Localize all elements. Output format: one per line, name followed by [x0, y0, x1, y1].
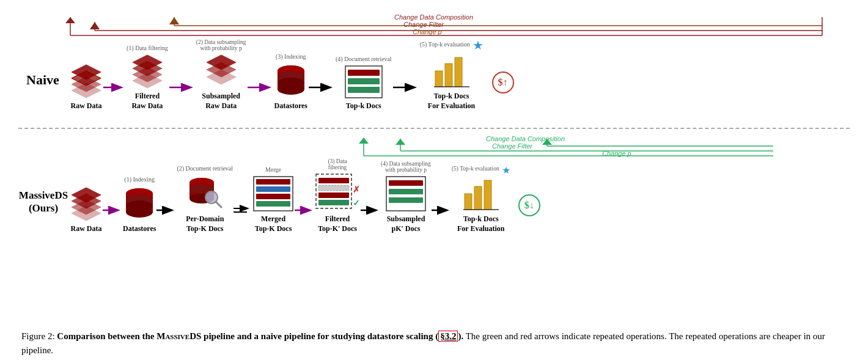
svg-rect-78	[256, 179, 290, 185]
naive-eval: (5) Top-k evaluation ★ Top-k DocsFor Eva…	[420, 38, 484, 111]
massiveds-eval: (5) Top-k evaluation ★ Top-k DocsFor Eva…	[452, 164, 510, 233]
svg-line-74	[216, 202, 221, 207]
svg-text:Change p: Change p	[602, 150, 631, 157]
svg-marker-46	[359, 138, 369, 144]
svg-rect-38	[348, 87, 380, 93]
svg-text:Change Filter: Change Filter	[403, 21, 444, 28]
arrow-2	[169, 81, 195, 94]
massiveds-datastores-label: Datastores	[123, 224, 156, 234]
svg-text:Change Data Composition: Change Data Composition	[394, 13, 473, 21]
subsampled-raw-icon	[205, 54, 237, 89]
eval-bars-icon-massiveds	[462, 175, 500, 212]
svg-rect-37	[348, 78, 380, 84]
svg-rect-84	[318, 178, 349, 183]
filtered-topk-icon: ✗ ✓	[315, 173, 360, 210]
caption-bold: Comparison between the MassiveDS pipelin…	[57, 331, 463, 342]
svg-rect-41	[445, 64, 452, 87]
massiveds-cost-icon: $↓	[518, 194, 540, 216]
naive-raw-data: Raw Data	[70, 53, 102, 111]
naive-eval-label: Top-k DocsFor Evaluation	[428, 92, 475, 111]
m-arrow-1	[103, 204, 122, 216]
m-arrow-2	[156, 204, 176, 216]
raw-data-icon	[70, 64, 102, 99]
naive-datastores-label: Datastores	[274, 101, 307, 111]
massiveds-merged: Merge MergedTop-K Docs	[252, 166, 294, 233]
massiveds-feedback-arrows: Change Data Composition Change Filter Ch…	[70, 135, 850, 158]
filtered-raw-icon	[131, 54, 163, 89]
svg-marker-7	[90, 22, 100, 29]
svg-rect-81	[256, 201, 290, 207]
massiveds-subsampled: (4) Data subsamplingwith probability p S…	[381, 161, 431, 233]
naive-pipeline-row: Raw Data (1) Data filtering Filte	[70, 38, 514, 123]
svg-rect-94	[389, 197, 423, 203]
naive-filtered-label: FilteredRaw Data	[131, 92, 163, 111]
topk-docs-icon	[344, 65, 383, 99]
svg-text:✗: ✗	[353, 185, 360, 194]
massiveds-raw-data: Raw Data	[70, 175, 102, 234]
main-container: Change Data Composition Change Filter Ch…	[0, 0, 868, 363]
massiveds-raw-label: Raw Data	[71, 224, 102, 234]
svg-rect-86	[318, 193, 349, 198]
svg-marker-50	[395, 139, 405, 145]
svg-rect-85	[318, 185, 349, 191]
arrow-1	[103, 81, 125, 94]
svg-rect-93	[389, 189, 423, 194]
massiveds-subsampled-label: SubsampledpK' Docs	[387, 215, 425, 233]
svg-rect-92	[389, 180, 423, 186]
massiveds-filtered-label: FilteredTop-K' Docs	[318, 215, 357, 233]
svg-rect-87	[318, 200, 349, 205]
m-arrow-6	[432, 204, 451, 216]
naive-datastores: (3) Indexing Datastores	[274, 53, 307, 111]
massiveds-feedback-svg: Change Data Composition Change Filter Ch…	[70, 135, 865, 158]
massiveds-datastores: (1) Indexing Datastores	[123, 176, 156, 234]
svg-rect-79	[256, 186, 290, 192]
merged-icon	[252, 175, 294, 212]
massiveds-section: Change Data Composition Change Filter Ch…	[18, 129, 850, 326]
figure-number: Figure 2:	[21, 331, 55, 341]
arrow-4	[309, 81, 334, 94]
naive-topk-label: Top-k Docs	[346, 101, 381, 111]
m-arrow-4	[295, 204, 314, 216]
naive-raw-data-label: Raw Data	[71, 101, 102, 111]
massiveds-raw-data-icon	[70, 186, 102, 222]
svg-text:✓: ✓	[353, 199, 360, 208]
massiveds-label: MassiveDS(Ours)	[18, 189, 68, 215]
diagram-area: Change Data Composition Change Filter Ch…	[18, 6, 850, 326]
svg-marker-3	[65, 17, 75, 23]
arrow-5	[393, 81, 419, 94]
perdomain-icon	[186, 174, 224, 212]
naive-section: Change Data Composition Change Filter Ch…	[18, 6, 850, 129]
naive-cost-icon: $↑	[492, 72, 514, 94]
svg-rect-97	[474, 186, 482, 210]
naive-label: Naive	[18, 72, 67, 88]
naive-star-icon: ★	[473, 38, 484, 53]
arrow-3	[248, 81, 273, 94]
massiveds-merged-label: MergedTop-K Docs	[255, 215, 292, 233]
naive-subsampled-label: SubsampledRaw Data	[202, 92, 240, 111]
massiveds-eval-label: Top-k DocsFor Evaluation	[457, 215, 504, 233]
naive-subsampled-raw: (2) Data subsamplingwith probability p S…	[196, 39, 246, 111]
svg-text:Change Filter: Change Filter	[492, 142, 533, 150]
figure-caption: Figure 2: Comparison between the Massive…	[18, 329, 850, 357]
section-ref-link[interactable]: §3.2	[438, 331, 458, 342]
svg-text:Change Data Composition: Change Data Composition	[486, 135, 565, 142]
massiveds-star-icon: ★	[502, 164, 510, 176]
svg-rect-42	[455, 57, 462, 87]
massiveds-filtered: (3) Datafiltering ✗ ✓	[315, 158, 360, 233]
massiveds-perdomain: (2) Document retrieval Per-	[177, 165, 233, 233]
m-arrow-5	[361, 204, 380, 216]
massiveds-datastores-icon	[123, 185, 155, 222]
datastores-icon	[275, 62, 307, 99]
svg-point-33	[278, 78, 304, 89]
svg-rect-80	[256, 194, 290, 199]
massiveds-perdomain-label: Per-DomainTop-K Docs	[186, 215, 224, 233]
naive-filtered-raw: (1) Data filtering FilteredRaw Data	[127, 45, 168, 111]
svg-point-66	[126, 200, 153, 211]
svg-rect-40	[435, 71, 443, 87]
svg-rect-98	[484, 180, 491, 210]
naive-feedback-arrows: Change Data Composition Change Filter Ch…	[70, 12, 850, 38]
svg-rect-96	[465, 194, 472, 210]
massiveds-pipeline-row: Raw Data (1) Indexing	[70, 158, 540, 246]
m-arrow-3	[234, 204, 252, 216]
subsampled-m-icon	[385, 175, 427, 212]
